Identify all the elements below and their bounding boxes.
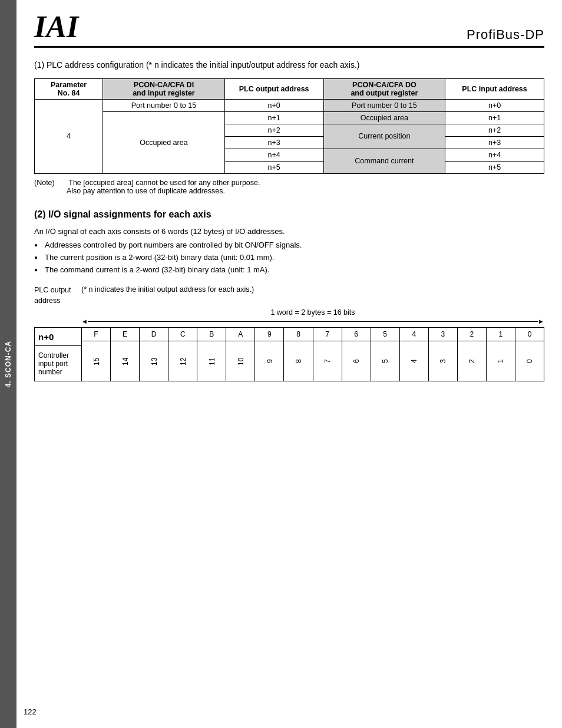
bit-value-row: 15 14 13 12 11 10 9 8 7 6 5 4 3 2 <box>82 341 544 381</box>
val-9: 9 <box>255 341 284 381</box>
arrow-row: ◄ ► <box>81 318 544 325</box>
row-labels: n+0 Controllerinput portnumber <box>34 327 81 381</box>
bullet-item-1: Addresses controlled by port numbers are… <box>34 239 544 252</box>
plc-in-n5: n+5 <box>445 161 544 173</box>
val-0: 0 <box>515 341 544 381</box>
val-3: 3 <box>428 341 457 381</box>
note-label: (Note) <box>34 179 67 187</box>
val-1: 1 <box>486 341 515 381</box>
section2-title: (2) I/O signal assignments for each axis <box>34 209 544 220</box>
page-header: IAI ProfiBus-DP <box>34 12 544 48</box>
col-header-pcon-do: PCON-CA/CFA DOand output register <box>323 78 445 99</box>
sidebar: 4. SCON-CA <box>0 0 16 728</box>
bit-5: 5 <box>371 328 399 341</box>
plc-out-n5: n+5 <box>224 161 323 173</box>
bit-header-row: F E D C B A 9 8 7 6 5 4 3 2 1 <box>82 328 544 341</box>
bit-9: 9 <box>255 328 284 341</box>
plc-in-n4: n+4 <box>445 149 544 161</box>
val-10: 10 <box>226 341 255 381</box>
val-14: 14 <box>111 341 140 381</box>
col-header-pcon-di: PCON-CA/CFA DIand input register <box>103 78 225 99</box>
bit-B: B <box>197 328 226 341</box>
pcon-do-cmd-current: Command current <box>323 149 445 173</box>
section1-title: (1) PLC address configuration (* n indic… <box>34 60 544 71</box>
main-content: IAI ProfiBus-DP (1) PLC address configur… <box>16 0 562 405</box>
val-15: 15 <box>82 341 111 381</box>
plc-in-n1: n+1 <box>445 111 544 124</box>
plc-in-n3: n+3 <box>445 136 544 149</box>
val-7: 7 <box>313 341 342 381</box>
plc-out-n4: n+4 <box>224 149 323 161</box>
plc-in-n2: n+2 <box>445 124 544 136</box>
pcon-di-port: Port number 0 to 15 <box>103 99 225 111</box>
val-11: 11 <box>197 341 226 381</box>
bullet-item-3: The command current is a 2-word (32-bit)… <box>34 264 544 276</box>
plc-in-n0: n+0 <box>445 99 544 111</box>
val-2: 2 <box>457 341 486 381</box>
pcon-do-current-pos: Current position <box>323 124 445 149</box>
plc-output-label: PLC outputaddress <box>34 285 81 306</box>
bit-1: 1 <box>486 328 515 341</box>
val-6: 6 <box>342 341 371 381</box>
val-8: 8 <box>284 341 313 381</box>
diagram-header: PLC outputaddress (* n indicates the ini… <box>34 285 544 306</box>
note-block: (Note) The [occupied area] cannot be use… <box>34 179 544 195</box>
config-table: ParameterNo. 84 PCON-CA/CFA DIand input … <box>34 78 544 174</box>
val-4: 4 <box>399 341 428 381</box>
val-12: 12 <box>168 341 197 381</box>
row-n0-label: n+0 <box>34 327 81 346</box>
pcon-di-occupied: Occupied area <box>103 111 225 173</box>
col-header-plc-in: PLC input address <box>445 78 544 99</box>
val-5: 5 <box>371 341 399 381</box>
bit-table-wrapper: n+0 Controllerinput portnumber F E D C B… <box>34 327 544 381</box>
bit-table: F E D C B A 9 8 7 6 5 4 3 2 1 <box>81 327 544 381</box>
section2-intro: An I/O signal of each axis consists of 6… <box>34 226 544 238</box>
note-line1: The [occupied area] cannot be used for a… <box>68 179 260 187</box>
bit-8: 8 <box>284 328 313 341</box>
diagram-area: PLC outputaddress (* n indicates the ini… <box>34 285 544 381</box>
param-value: 4 <box>35 99 103 173</box>
plc-out-n2: n+2 <box>224 124 323 136</box>
bit-7: 7 <box>313 328 342 341</box>
bit-0: 0 <box>515 328 544 341</box>
plc-out-n1: n+1 <box>224 111 323 124</box>
company-logo: IAI <box>34 12 78 42</box>
bit-F: F <box>82 328 111 341</box>
plc-out-n3: n+3 <box>224 136 323 149</box>
pcon-do-port: Port number 0 to 15 <box>323 99 445 111</box>
bit-2: 2 <box>457 328 486 341</box>
plc-out-n0: n+0 <box>224 99 323 111</box>
bit-3: 3 <box>428 328 457 341</box>
arrow-label: 1 word = 2 bytes = 16 bits <box>81 308 544 317</box>
bit-6: 6 <box>342 328 371 341</box>
col-header-plc-out: PLC output address <box>224 78 323 99</box>
bit-D: D <box>140 328 168 341</box>
sidebar-label: 4. SCON-CA <box>4 341 12 387</box>
bullet-list: Addresses controlled by port numbers are… <box>34 239 544 276</box>
col-header-param: ParameterNo. 84 <box>35 78 103 99</box>
bit-E: E <box>111 328 140 341</box>
brand-name: ProfiBus-DP <box>467 27 544 42</box>
pcon-do-occupied: Occupied area <box>323 111 445 124</box>
note-line2: Also pay attention to use of duplicate a… <box>67 187 225 195</box>
val-13: 13 <box>140 341 168 381</box>
bullet-item-2: The current position is a 2-word (32-bit… <box>34 252 544 264</box>
table-row: 4 Port number 0 to 15 n+0 Port number 0 … <box>35 99 544 111</box>
bit-A: A <box>226 328 255 341</box>
controller-label: Controllerinput portnumber <box>34 346 81 381</box>
page-number: 122 <box>24 707 37 716</box>
bit-C: C <box>168 328 197 341</box>
bit-4: 4 <box>399 328 428 341</box>
table-row: Occupied area n+1 Occupied area n+1 <box>35 111 544 124</box>
diagram-note: (* n indicates the initial output addres… <box>81 285 254 294</box>
